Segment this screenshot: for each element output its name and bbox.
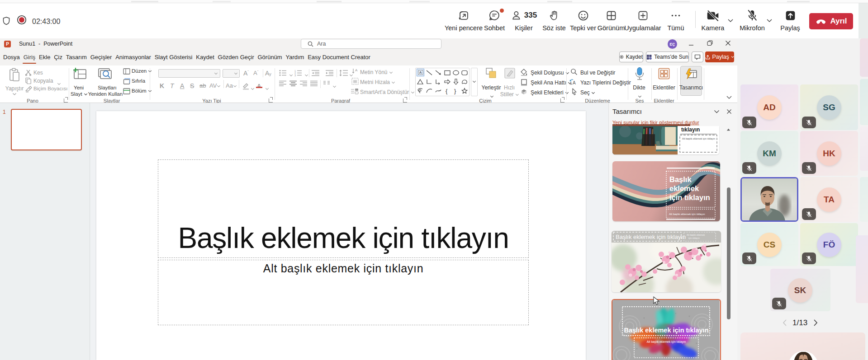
svg-text:Alt başlık eklemek için tıklay: Alt başlık eklemek için tıklayın (682, 137, 715, 140)
svg-text:Alt başlık eklemek: Alt başlık eklemek (687, 234, 705, 236)
svg-text:tıklayın: tıklayın (681, 126, 700, 133)
svg-text:için tıklayın: için tıklayın (688, 237, 700, 239)
svg-text:Başlık eklemek için tıklayın: Başlık eklemek için tıklayın (624, 327, 709, 334)
svg-text:A: A (355, 68, 358, 72)
svg-text:A: A (419, 70, 422, 75)
svg-text:eklemek: eklemek (669, 184, 699, 192)
svg-text:A: A (573, 80, 576, 85)
svg-text:Başlık eklemek için tıklayın: Başlık eklemek için tıklayın (616, 234, 686, 240)
svg-text:için tıklayın: için tıklayın (669, 193, 710, 201)
svg-text:3: 3 (294, 74, 296, 77)
svg-text:Alt başlık eklemek için tıklay: Alt başlık eklemek için tıklayın (647, 340, 686, 344)
svg-text:A: A (570, 82, 572, 85)
svg-text:Alt başlık eklemek için tıklay: Alt başlık eklemek için tıklayın (669, 213, 705, 215)
svg-text:Başlık: Başlık (669, 175, 692, 183)
